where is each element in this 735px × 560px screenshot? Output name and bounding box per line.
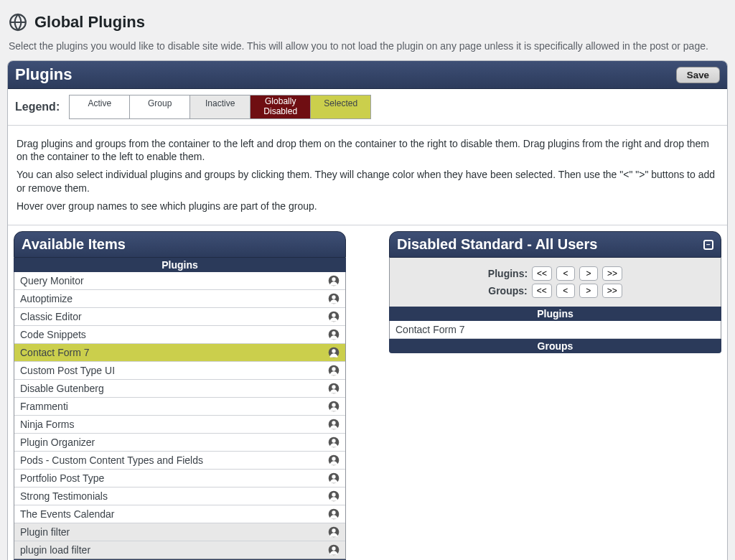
- list-item-label: Plugin Organizer: [20, 437, 95, 448]
- svg-point-20: [332, 439, 335, 442]
- plugins-move-label: Plugins:: [488, 268, 528, 279]
- list-item[interactable]: Code Snippets: [14, 326, 345, 344]
- list-item[interactable]: Pods - Custom Content Types and Fields: [14, 452, 345, 470]
- user-icon[interactable]: [328, 311, 340, 322]
- help-p3: Hover over group names to see which plug…: [17, 200, 718, 213]
- plugins-left-button[interactable]: <: [556, 266, 575, 281]
- list-item-label: Autoptimize: [20, 293, 72, 304]
- legend-group: Group: [129, 95, 190, 119]
- list-item-label: plugin load filter: [20, 544, 90, 556]
- user-icon[interactable]: [328, 454, 340, 466]
- helper-text: Drag plugins and groups from the contain…: [8, 126, 727, 225]
- groups-all-left-button[interactable]: <<: [532, 284, 552, 298]
- intro-text: Select the plugins you would like to dis…: [7, 40, 728, 60]
- svg-point-30: [332, 528, 335, 532]
- list-item[interactable]: Contact Form 7: [390, 321, 721, 339]
- list-item[interactable]: Plugin filter: [14, 523, 345, 541]
- list-item-label: Disable Gutenberg: [20, 383, 104, 394]
- svg-point-6: [332, 313, 335, 317]
- panel-title: Plugins: [15, 65, 72, 84]
- svg-point-24: [332, 475, 335, 478]
- disabled-title: Disabled Standard - All Users: [397, 236, 597, 253]
- list-item[interactable]: Portfolio Post Type: [14, 470, 345, 487]
- list-item-label: Ninja Forms: [20, 419, 74, 430]
- groups-right-button[interactable]: >: [579, 284, 598, 298]
- user-icon[interactable]: [328, 293, 340, 304]
- globe-icon: [9, 13, 27, 32]
- disabled-groups-bar: Groups: [389, 339, 721, 353]
- user-icon[interactable]: [328, 472, 340, 484]
- groups-left-button[interactable]: <: [556, 284, 575, 298]
- legend-row: Legend: Active Group Inactive Globally D…: [8, 89, 727, 126]
- user-icon[interactable]: [328, 544, 340, 556]
- available-column: Available Items Plugins Query MonitorAut…: [14, 231, 346, 560]
- list-item[interactable]: The Events Calendar: [14, 505, 345, 523]
- user-icon[interactable]: [328, 437, 340, 448]
- user-icon[interactable]: [328, 365, 340, 376]
- svg-point-12: [332, 367, 335, 370]
- svg-point-28: [332, 510, 335, 514]
- list-item[interactable]: Frammenti: [14, 398, 345, 416]
- list-item-label: Contact Form 7: [395, 324, 464, 335]
- plugins-right-button[interactable]: >: [579, 266, 598, 281]
- list-item[interactable]: Plugin Organizer: [14, 434, 345, 452]
- list-item-label: Contact Form 7: [20, 347, 89, 358]
- user-icon[interactable]: [328, 526, 340, 538]
- plugins-all-left-button[interactable]: <<: [532, 266, 552, 281]
- user-icon[interactable]: [328, 419, 340, 430]
- available-header: Available Items: [14, 231, 346, 258]
- disabled-plugins-bar: Plugins: [389, 307, 721, 321]
- user-icon[interactable]: [328, 508, 340, 520]
- save-button[interactable]: Save: [676, 67, 720, 83]
- list-item-label: Plugin filter: [20, 526, 70, 538]
- disabled-list[interactable]: Contact Form 7: [389, 321, 721, 339]
- svg-point-16: [332, 403, 335, 406]
- disabled-column: Disabled Standard - All Users − Plugins:…: [389, 231, 721, 353]
- list-item-label: Classic Editor: [20, 311, 82, 322]
- svg-point-4: [332, 295, 335, 299]
- list-item[interactable]: Autoptimize: [14, 290, 345, 308]
- plugins-move-row: Plugins: << < > >>: [397, 266, 713, 281]
- svg-point-8: [332, 331, 335, 335]
- groups-all-right-button[interactable]: >>: [602, 284, 622, 298]
- legend-active: Active: [69, 95, 130, 119]
- list-item[interactable]: plugin load filter: [14, 541, 345, 559]
- user-icon[interactable]: [328, 401, 340, 412]
- plugins-all-right-button[interactable]: >>: [602, 266, 622, 281]
- list-item[interactable]: Strong Testimonials: [14, 487, 345, 505]
- list-item-label: The Events Calendar: [20, 508, 115, 520]
- list-item[interactable]: Classic Editor: [14, 308, 345, 326]
- groups-move-row: Groups: << < > >>: [397, 284, 713, 298]
- list-item[interactable]: Disable Gutenberg: [14, 380, 345, 398]
- available-title: Available Items: [22, 236, 126, 253]
- move-panel: Plugins: << < > >> Groups: << < > >>: [389, 258, 721, 307]
- svg-point-22: [332, 457, 335, 460]
- list-item[interactable]: Query Monitor: [14, 272, 345, 290]
- list-item-label: Portfolio Post Type: [20, 472, 104, 484]
- available-list[interactable]: Query MonitorAutoptimizeClassic EditorCo…: [14, 272, 346, 559]
- list-item[interactable]: Ninja Forms: [14, 416, 345, 434]
- user-icon[interactable]: [328, 275, 340, 286]
- svg-point-2: [332, 277, 335, 281]
- list-item[interactable]: Custom Post Type UI: [14, 362, 345, 380]
- page-header: Global Plugins: [7, 7, 728, 40]
- legend-label: Legend:: [15, 101, 60, 113]
- help-p1: Drag plugins and groups from the contain…: [17, 137, 718, 164]
- legend-boxes: Active Group Inactive Globally Disabled …: [70, 95, 371, 119]
- svg-point-14: [332, 385, 335, 388]
- list-item[interactable]: Contact Form 7: [14, 344, 345, 362]
- list-item-label: Frammenti: [20, 401, 68, 412]
- svg-point-32: [332, 546, 335, 550]
- list-item-label: Strong Testimonials: [20, 490, 108, 502]
- user-icon[interactable]: [328, 490, 340, 502]
- columns: Available Items Plugins Query MonitorAut…: [8, 225, 727, 560]
- list-item-label: Query Monitor: [20, 275, 84, 286]
- page-title: Global Plugins: [34, 13, 145, 32]
- user-icon[interactable]: [328, 347, 340, 358]
- user-icon[interactable]: [328, 329, 340, 340]
- svg-point-18: [332, 421, 335, 424]
- help-p2: You can also select individual plugins a…: [17, 168, 718, 195]
- user-icon[interactable]: [328, 383, 340, 394]
- collapse-icon[interactable]: −: [703, 240, 713, 250]
- list-item-label: Pods - Custom Content Types and Fields: [20, 454, 203, 466]
